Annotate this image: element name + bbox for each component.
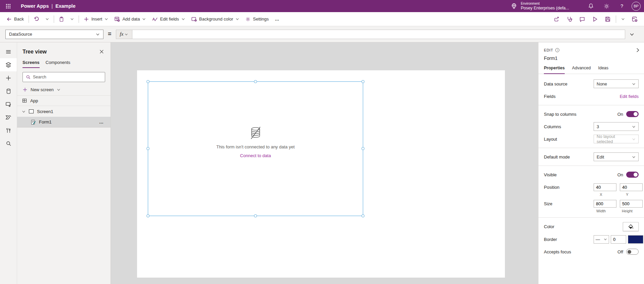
snap-to-columns-toggle[interactable]	[626, 111, 639, 117]
user-avatar[interactable]: BP	[632, 2, 641, 11]
rail-search-icon[interactable]	[0, 137, 17, 150]
layout-dropdown[interactable]: No layout selected	[594, 135, 639, 143]
formula-bar-expand-chevron[interactable]	[625, 32, 639, 37]
document-name: Example	[55, 3, 76, 9]
data-source-dropdown[interactable]: None	[594, 79, 639, 88]
background-color-icon	[191, 16, 197, 22]
tree-item-screen1-label: Screen1	[37, 109, 53, 114]
settings-gear-icon[interactable]	[599, 0, 614, 12]
form-control-selection[interactable]: This form isn't connected to any data ye…	[148, 81, 363, 216]
rail-hamburger-menu[interactable]	[0, 45, 17, 58]
section-divider	[539, 105, 644, 105]
app-screen[interactable]: This form isn't connected to any data ye…	[137, 70, 505, 278]
close-icon[interactable]	[98, 48, 105, 55]
help-circle-icon[interactable]: ?	[555, 48, 560, 52]
columns-dropdown[interactable]: 3	[594, 122, 639, 131]
position-x-input[interactable]	[594, 183, 616, 191]
property-selector-dropdown[interactable]: DataSource	[5, 30, 103, 39]
fx-button[interactable]: fx	[116, 30, 132, 39]
border-style-dropdown[interactable]: —	[594, 235, 609, 244]
border-label: Border	[544, 237, 594, 242]
tree-item-screen1[interactable]: Screen1	[17, 106, 111, 117]
tab-components[interactable]: Components	[46, 60, 71, 68]
insert-button[interactable]: Insert	[81, 14, 112, 25]
tab-ideas[interactable]: Ideas	[598, 66, 608, 74]
save-button[interactable]	[601, 14, 614, 25]
tree-item-app[interactable]: App	[17, 95, 111, 106]
back-label: Back	[14, 16, 24, 22]
notifications-bell-icon[interactable]	[583, 0, 599, 12]
accepts-focus-toggle[interactable]	[626, 249, 639, 255]
back-button[interactable]: Back	[3, 14, 27, 25]
more-actions-icon[interactable]: …	[97, 119, 106, 125]
screen-icon	[29, 109, 34, 114]
preview-play-button[interactable]	[589, 14, 601, 25]
position-x-sublabel: X	[590, 192, 612, 197]
size-width-input[interactable]	[594, 200, 616, 208]
columns-value: 3	[597, 124, 599, 129]
resize-handle[interactable]	[146, 214, 149, 217]
settings-button[interactable]: Settings	[242, 14, 272, 25]
snap-to-columns-label: Snap to columns	[544, 112, 594, 117]
waffle-menu-icon[interactable]	[0, 0, 16, 12]
edit-fields-button[interactable]: A Edit fields	[149, 14, 188, 25]
rail-tree-view-icon[interactable]	[0, 58, 17, 71]
publish-button[interactable]	[628, 14, 641, 25]
app-checker-stethoscope-icon[interactable]	[563, 14, 576, 25]
add-data-button[interactable]: Add data	[111, 14, 149, 25]
formula-input[interactable]	[132, 30, 625, 39]
size-height-input[interactable]	[620, 200, 643, 208]
rail-data-icon[interactable]	[0, 84, 17, 98]
border-thickness-input[interactable]	[611, 235, 626, 244]
undo-button[interactable]	[31, 14, 42, 25]
resize-handle[interactable]	[361, 214, 364, 217]
database-disconnected-icon	[248, 126, 263, 141]
chevron-down-icon[interactable]	[22, 110, 26, 113]
paste-split-chevron[interactable]	[67, 14, 77, 25]
layout-value: No layout selected	[597, 134, 632, 144]
position-y-sublabel: Y	[616, 192, 639, 197]
section-divider	[539, 217, 644, 218]
rail-media-icon[interactable]	[0, 98, 17, 111]
background-color-button[interactable]: Background color	[188, 14, 242, 25]
top-app-bar: Power Apps | Example Environment Posey E…	[0, 0, 644, 12]
default-mode-dropdown[interactable]: Edit	[594, 152, 639, 161]
rail-power-automate-icon[interactable]	[0, 111, 17, 124]
chevron-right-icon[interactable]	[635, 48, 640, 52]
rail-advanced-tools-icon[interactable]	[0, 124, 17, 137]
section-divider	[539, 166, 644, 166]
tree-item-form1[interactable]: Form1 …	[17, 117, 111, 128]
visible-toggle[interactable]	[626, 172, 639, 178]
save-split-chevron[interactable]	[618, 14, 628, 25]
search-input[interactable]	[33, 75, 102, 79]
border-color-swatch[interactable]	[628, 235, 643, 244]
app-name[interactable]: Power Apps	[21, 3, 49, 9]
undo-split-chevron[interactable]	[42, 14, 52, 25]
new-screen-button[interactable]: New screen	[17, 85, 111, 95]
design-canvas[interactable]: This form isn't connected to any data ye…	[111, 42, 538, 284]
resize-handle[interactable]	[361, 80, 364, 83]
resize-handle[interactable]	[254, 80, 257, 83]
tab-screens[interactable]: Screens	[23, 60, 40, 68]
tab-properties[interactable]: Properties	[544, 66, 565, 74]
more-commands-button[interactable]: …	[272, 14, 283, 25]
help-icon[interactable]: ?	[614, 0, 630, 12]
environment-picker[interactable]: Environment Posey Enterprises (defa...	[510, 2, 569, 10]
paste-button[interactable]	[56, 14, 67, 25]
position-y-input[interactable]	[620, 183, 643, 191]
resize-handle[interactable]	[146, 80, 149, 83]
share-button[interactable]	[550, 14, 563, 25]
connect-to-data-link[interactable]: Connect to data	[240, 153, 271, 158]
comments-button[interactable]	[576, 14, 589, 25]
resize-handle[interactable]	[254, 214, 257, 217]
rail-insert-icon[interactable]	[0, 71, 17, 84]
fill-color-button[interactable]	[623, 222, 639, 231]
border-style-value: —	[596, 237, 600, 242]
edit-fields-link[interactable]: Edit fields	[620, 94, 639, 99]
section-divider	[539, 148, 644, 148]
plus-icon	[84, 16, 89, 22]
tab-advanced[interactable]: Advanced	[572, 66, 591, 74]
avatar-initials: BP	[634, 4, 639, 8]
insert-label: Insert	[91, 16, 102, 22]
svg-text:A: A	[153, 17, 155, 21]
